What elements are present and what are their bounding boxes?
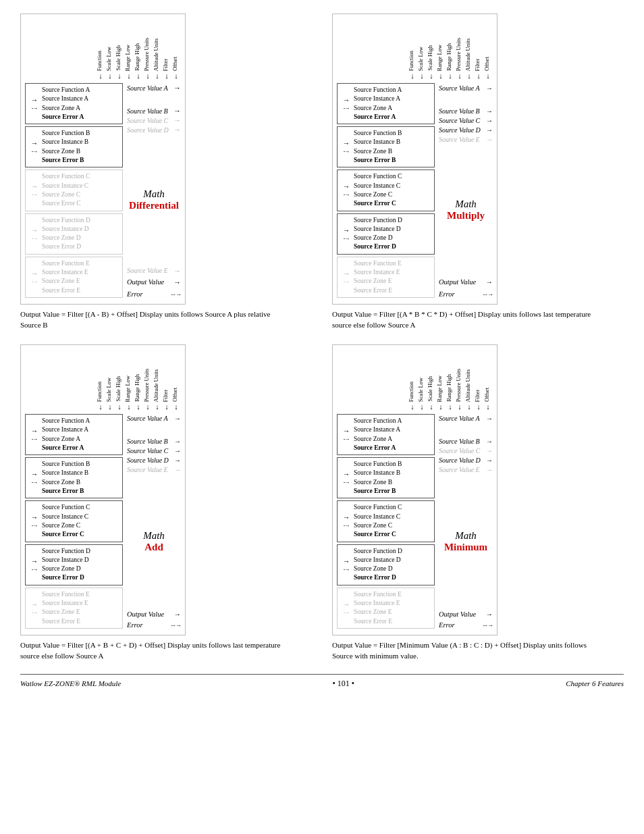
val-row-E-1: Source Value E → [127, 266, 181, 276]
col-h2-pressureunits: Pressure Units [455, 38, 464, 71]
sa-A-4: → [343, 427, 350, 435]
arrow-6: ↓ [143, 72, 153, 80]
sa-C-2: → [343, 182, 350, 190]
error-label-1: Error [127, 290, 171, 298]
vals-4: Source Value A → Source Value B → Source… [439, 414, 493, 475]
arrow-2: ↓ [105, 72, 115, 80]
diag-wrap-2: Function Scale Low Scale High Range Low … [332, 14, 498, 305]
arrow-8: ↓ [162, 72, 171, 80]
vl-E-4: Source Value E [439, 466, 486, 473]
saa-C-3: → [31, 513, 38, 521]
solid-arrow-B-1: → [31, 139, 38, 147]
sa-D-4: → [343, 557, 350, 565]
col-h2-scalehigh: Scale High [427, 45, 436, 71]
col-h2-rangelow: Range Low [436, 45, 446, 71]
da-A-2: -→ [344, 105, 350, 111]
val-spacer-1 [127, 93, 181, 106]
col-header-offset: Offset [171, 57, 181, 71]
ch3-of: Offset [171, 388, 181, 402]
vl-E-2: Source Value E [439, 136, 486, 143]
source-group-B-1: → -→ Source Function B Source Instance B… [25, 126, 123, 167]
diagrams-grid: Function Scale Low Scale High Range Low … [20, 14, 624, 662]
dashed-arrow-B-1: -→ [32, 149, 38, 155]
err-row-2: Error - - → [439, 289, 493, 300]
arrow-in-A-1: → -→ [27, 96, 42, 111]
saa-E-3: → [31, 600, 38, 608]
va-A-4: → [486, 415, 493, 422]
sg-E-3: → -→ Source Function ESource Instance ES… [25, 588, 123, 629]
vr-D-2: Source Value D → [439, 125, 493, 134]
da-D-4: -→ [344, 567, 350, 573]
diag-main-2: → -→ Source Function ASource Instance AS… [337, 83, 493, 300]
ova-4: → [486, 610, 493, 618]
val-row-C-1: Source Value C → [127, 115, 181, 125]
sg-A-4: → -→ Source Function ASource Instance AS… [337, 414, 435, 455]
ch4-rh: Range High [446, 374, 455, 402]
va-D-4: → [486, 457, 493, 464]
down-arrows-1: ↓ ↓ ↓ ↓ ↓ ↓ ↓ ↓ ↓ [96, 72, 181, 80]
ch3-rl: Range Low [124, 375, 134, 402]
page: Function Scale Low Scale High Range Low … [0, 0, 644, 702]
arrow-in-D-1: → -→ [27, 226, 42, 242]
vr-D-3: Source Value D → [127, 456, 181, 465]
diag-wrap-4: Function Scale Low Scale High Range Low … [332, 344, 498, 635]
vl-D-3: Source Value D [127, 457, 174, 464]
sg-D-4: → -→ Source Function DSource Instance DS… [337, 544, 435, 585]
arr2-1: ↓ [408, 72, 417, 80]
error-arrow-1: - - → [171, 291, 182, 298]
a4-7: ↓ [464, 402, 474, 411]
vr-B-4: Source Value B → [439, 437, 493, 446]
ch4-rl: Range Low [436, 375, 446, 402]
ai-A-3: → -→ [27, 427, 42, 442]
erl-3: Error [127, 621, 171, 629]
va-C-2: → [486, 117, 493, 124]
col-header-rangehigh: Range High [134, 43, 143, 71]
ai-D-4: → -→ [339, 557, 354, 573]
stt-A-3: Source Function ASource Instance ASource… [42, 417, 90, 452]
da-D-2: -→ [344, 236, 350, 242]
dashed-arrow-D-1: -→ [32, 236, 38, 242]
arr2-5: ↓ [446, 72, 455, 80]
caption-3: Output Value = Filter [(A + B + C + D) +… [20, 640, 284, 662]
caption-2: Output Value = Filter [(A * B * C * D) +… [332, 309, 595, 331]
daa-C-3: -→ [32, 523, 38, 529]
val-arrow-B-1: → [173, 107, 181, 115]
sources-col-3: → -→ Source Function ASource Instance AS… [25, 414, 123, 631]
arr2-9: ↓ [483, 72, 493, 80]
arrow-7: ↓ [153, 72, 162, 80]
va-B-2: → [486, 107, 493, 115]
vr-E-3: Source Value E → [127, 465, 181, 475]
sa-D-2: → [343, 226, 350, 234]
st-E-2: Source Function ESource Instance ESource… [354, 259, 402, 295]
ai-A-4: → -→ [339, 427, 354, 442]
source-text-E-1: Source Function E Source Instance E Sour… [42, 259, 90, 295]
vl-C-4: Source Value C [439, 447, 486, 454]
ov-4: Output Value → [439, 609, 493, 620]
vl-B-2: Source Value B [439, 107, 486, 115]
da-B-4: -→ [344, 479, 350, 486]
daa-D-3: -→ [32, 567, 38, 573]
st-B-2: Source Function BSource Instance BSource… [354, 129, 402, 165]
dashed-arrow-E-1: -→ [32, 279, 38, 285]
dashed-arrow-C-1: -→ [32, 192, 38, 198]
val-label-A-1: Source Value A [127, 84, 173, 92]
va-B-4: → [486, 438, 493, 445]
solid-arrow-D-1: → [31, 226, 38, 234]
a4-1: ↓ [408, 402, 417, 411]
era-4: - - → [483, 622, 493, 629]
arr2-6: ↓ [455, 72, 464, 80]
val-arrow-E-1: → [173, 267, 181, 275]
ch4-fn: Function [408, 382, 417, 402]
footer-right: Chapter 6 Features [566, 679, 624, 687]
col-h2-offset: Offset [483, 57, 493, 71]
saa-A-3: → [31, 427, 38, 435]
arrow-9: ↓ [171, 72, 181, 80]
col-header-filter: Filter [162, 59, 171, 71]
vr-A-3: Source Value A → [127, 414, 181, 423]
arrow-in-E-1: → -→ [27, 269, 42, 285]
ch3-pu: Pressure Units [143, 369, 153, 402]
vl-A-3: Source Value A [127, 415, 174, 422]
ova-2: → [486, 278, 493, 286]
diagram-add: Function Scale Low Scale High Range Low … [20, 344, 312, 662]
saa-B-3: → [31, 470, 38, 478]
